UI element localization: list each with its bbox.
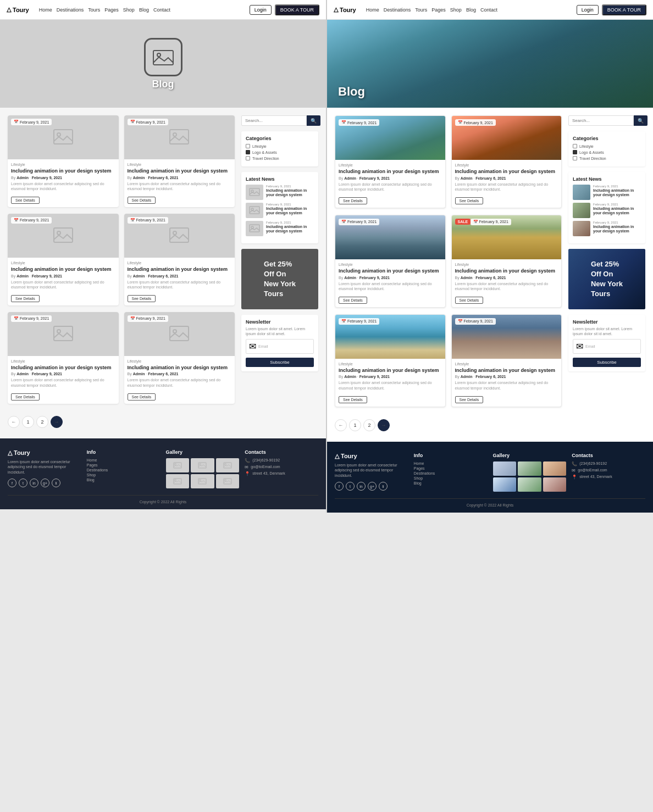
twitter-icon-right[interactable]: t [346, 482, 355, 491]
cat-checkbox-2-left[interactable] [246, 150, 250, 154]
see-details-2-left[interactable]: See Details [128, 197, 156, 204]
post-img-4-left: 📅February 9, 2021 [124, 214, 235, 258]
cat-checkbox-1-left[interactable] [246, 144, 250, 148]
gallery-placeholder-3 [216, 458, 240, 472]
next-page-right[interactable]: → [378, 419, 390, 431]
nav-shop-right[interactable]: Shop [450, 7, 462, 13]
posts-column-right: 📅February 9, 2021 Lifestyle Including an… [335, 115, 562, 434]
nav-home-right[interactable]: Home [366, 7, 379, 13]
search-input-right[interactable] [568, 115, 634, 126]
gallery-icon-2 [198, 462, 207, 469]
linkedin-icon-left[interactable]: li [52, 479, 60, 487]
nav-blog-left[interactable]: Blog [139, 7, 149, 13]
see-details-1-left[interactable]: See Details [11, 197, 40, 204]
book-btn-left[interactable]: BOOK A TOUR [275, 4, 319, 15]
nav-destinations-right[interactable]: Destinations [384, 7, 411, 13]
categories-box-left: Categories Lifestyle Logo & Assets Trave… [241, 131, 318, 166]
login-btn-left[interactable]: Login [250, 5, 272, 15]
see-details-2-right[interactable]: See Details [455, 197, 484, 204]
post-excerpt-2-left: Lorem ipsum dolor amet consectetur adipi… [128, 181, 232, 191]
post-title-5-left: Including animation in your design syste… [11, 365, 115, 371]
cat-checkbox-3-right[interactable] [573, 156, 577, 160]
news-thumb-placeholder-1 [246, 185, 263, 200]
footer-link-destinations-left[interactable]: Destinations [87, 468, 161, 472]
search-btn-right[interactable]: 🔍 [634, 115, 648, 126]
book-btn-right[interactable]: BOOK A TOUR [602, 4, 646, 15]
page-2-left[interactable]: 2 [36, 416, 48, 428]
post-pair-2-left: 📅February 9, 2021 Lifes [8, 214, 235, 305]
facebook-icon-right[interactable]: f [335, 482, 344, 491]
linkedin-icon-right[interactable]: li [379, 482, 388, 491]
cat-checkbox-1-right[interactable] [573, 144, 577, 148]
prev-page-right[interactable]: ← [335, 419, 347, 431]
post-card-1-left: 📅February 9, 2021 Lifes [8, 115, 119, 207]
nav-destinations-left[interactable]: Destinations [57, 7, 84, 13]
prev-page-left[interactable]: ← [8, 416, 20, 428]
cat-checkbox-3-left[interactable] [246, 156, 250, 160]
nav-home-left[interactable]: Home [39, 7, 52, 13]
svg-point-1 [157, 53, 161, 57]
email-field-right[interactable]: ✉ Email [573, 339, 641, 354]
footer-link-shop-left[interactable]: Shop [87, 473, 161, 477]
see-details-4-right[interactable]: See Details [455, 297, 484, 304]
facebook-icon-left[interactable]: f [8, 479, 16, 487]
login-btn-right[interactable]: Login [577, 5, 599, 15]
see-details-6-left[interactable]: See Details [128, 393, 156, 401]
nav-pages-left[interactable]: Pages [104, 7, 119, 13]
search-input-left[interactable] [241, 115, 307, 126]
post-img-2-right: 📅February 9, 2021 [452, 116, 562, 160]
google-icon-right[interactable]: g+ [368, 482, 377, 491]
footer-link-blog-left[interactable]: Blog [87, 478, 161, 482]
news-item-3-left: February 9, 2021 Including animation in … [246, 221, 314, 236]
next-page-left[interactable]: → [51, 416, 63, 428]
nav-links-left[interactable]: Home Destinations Tours Pages Shop Blog … [39, 7, 170, 13]
see-details-3-left[interactable]: See Details [11, 295, 40, 302]
nav-tours-left[interactable]: Tours [88, 7, 100, 13]
post-date-4-left: 📅February 9, 2021 [128, 217, 168, 224]
twitter-icon-left[interactable]: t [19, 479, 27, 487]
search-btn-left[interactable]: 🔍 [307, 115, 320, 126]
subscribe-btn-right[interactable]: Subscribe [573, 358, 641, 367]
nav-pages-right[interactable]: Pages [431, 7, 446, 13]
nav-contact-left[interactable]: Contact [153, 7, 170, 13]
footer-link-shop-right[interactable]: Shop [414, 476, 488, 480]
post-body-2-left: Lifestyle Including animation in your de… [124, 159, 235, 207]
see-details-5-right[interactable]: See Details [339, 396, 367, 403]
instagram-icon-right[interactable]: in [357, 482, 366, 491]
footer-brand-right: △ Toury [335, 453, 408, 460]
nav-blog-right[interactable]: Blog [466, 7, 476, 13]
see-details-6-right[interactable]: See Details [455, 396, 484, 403]
news-title-1-right: Including animation in your design syste… [593, 188, 641, 198]
promo-box-left: Get 25% Off On New York Tours [241, 249, 318, 309]
footer-link-destinations-right[interactable]: Destinations [414, 471, 488, 475]
footer-link-pages-right[interactable]: Pages [414, 466, 488, 470]
see-details-1-right[interactable]: See Details [339, 197, 367, 204]
instagram-icon-left[interactable]: in [30, 479, 38, 487]
see-details-3-right[interactable]: See Details [339, 297, 367, 304]
page-2-right[interactable]: 2 [363, 419, 375, 431]
location-icon-right: 📍 [572, 475, 577, 480]
nav-tours-right[interactable]: Tours [415, 7, 427, 13]
subscribe-btn-left[interactable]: Subscribe [246, 358, 314, 367]
see-details-4-left[interactable]: See Details [128, 295, 156, 302]
footer-link-home-right[interactable]: Home [414, 461, 488, 465]
footer-brand-icon-left: △ [8, 449, 12, 457]
google-icon-left[interactable]: g+ [41, 479, 49, 487]
footer-link-pages-left[interactable]: Pages [87, 463, 161, 467]
cat-checkbox-2-right[interactable] [573, 150, 577, 154]
footer-link-home-left[interactable]: Home [87, 458, 161, 462]
nav-links-right[interactable]: Home Destinations Tours Pages Shop Blog … [366, 7, 497, 13]
page-1-left[interactable]: 1 [22, 416, 34, 428]
email-field-left[interactable]: ✉ Email [246, 339, 314, 354]
nav-shop-left[interactable]: Shop [123, 7, 135, 13]
posts-column-left: 📅February 9, 2021 Lifes [8, 115, 235, 431]
gallery-2-right [518, 461, 541, 476]
nav-contact-right[interactable]: Contact [480, 7, 497, 13]
page-1-right[interactable]: 1 [349, 419, 361, 431]
see-details-5-left[interactable]: See Details [11, 393, 40, 401]
footer-copy-right: Copyright © 2022 All Rights [335, 503, 645, 507]
post-excerpt-4-right: Lorem ipsum dolor amet consectetur adipi… [455, 281, 558, 291]
news-thumb-2-left [246, 203, 263, 218]
gallery-icon-3 [223, 462, 232, 469]
footer-link-blog-right[interactable]: Blog [414, 481, 488, 485]
